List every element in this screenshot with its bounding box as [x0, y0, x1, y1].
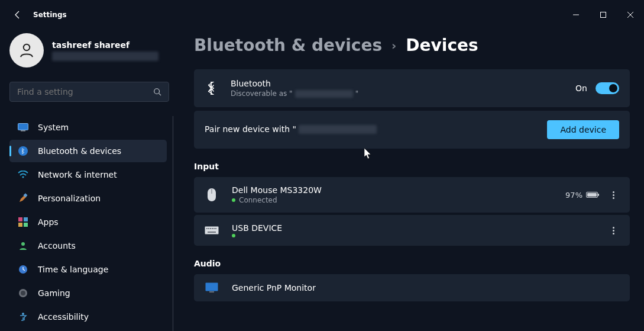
nav-item-gaming[interactable]: Gaming	[9, 282, 167, 304]
titlebar: Settings	[0, 0, 644, 30]
svg-rect-12	[18, 223, 22, 227]
device-status	[232, 234, 282, 237]
breadcrumb-current: Devices	[406, 36, 478, 55]
more-button[interactable]	[607, 190, 619, 200]
nav-label: Time & language	[38, 265, 108, 274]
account-header[interactable]: tashreef shareef	[9, 33, 177, 68]
device-row[interactable]: USB DEVICE	[194, 215, 630, 246]
wifi-icon	[18, 169, 28, 180]
svg-point-2	[24, 44, 30, 51]
system-icon	[18, 122, 28, 133]
pair-card: Pair new device with " Add device	[194, 111, 630, 149]
nav-item-system[interactable]: System	[9, 116, 167, 139]
nav-item-apps[interactable]: Apps	[9, 211, 167, 233]
battery-indicator: 97%	[565, 191, 598, 200]
breadcrumb: Bluetooth & devices › Devices	[194, 36, 630, 55]
keyboard-icon	[205, 226, 219, 234]
monitor-icon	[205, 282, 219, 293]
nav-label: Personalization	[38, 194, 101, 203]
more-button[interactable]	[607, 226, 619, 236]
nav-list: System Bluetooth & devices Network & int…	[9, 116, 177, 328]
svg-rect-25	[212, 228, 213, 229]
nav-label: Accessibility	[38, 312, 89, 322]
svg-rect-23	[208, 228, 209, 229]
svg-rect-10	[18, 217, 22, 221]
svg-rect-24	[210, 228, 211, 229]
clock-icon	[18, 264, 28, 275]
bluetooth-title: Bluetooth	[231, 79, 358, 88]
svg-rect-30	[209, 291, 214, 293]
maximize-button[interactable]	[590, 4, 617, 25]
brush-icon	[18, 193, 28, 204]
svg-rect-13	[24, 223, 28, 227]
nav-item-time-language[interactable]: Time & language	[9, 258, 167, 281]
chevron-right-icon: ›	[391, 38, 396, 53]
minimize-button[interactable]	[562, 4, 590, 25]
nav-label: Accounts	[38, 241, 76, 250]
bluetooth-icon	[205, 82, 218, 95]
back-button[interactable]	[12, 9, 24, 21]
apps-icon	[18, 217, 28, 227]
mouse-icon	[205, 188, 219, 202]
device-name: Dell Mouse MS3320W	[232, 185, 322, 195]
svg-point-7	[18, 146, 28, 156]
nav-item-bluetooth[interactable]: Bluetooth & devices	[9, 140, 167, 162]
svg-rect-1	[601, 12, 606, 18]
svg-point-14	[21, 242, 25, 246]
search-icon	[153, 88, 161, 96]
search-box[interactable]	[9, 82, 169, 102]
account-email-redacted	[52, 52, 158, 61]
search-input[interactable]	[17, 87, 135, 97]
bluetooth-toggle[interactable]	[596, 82, 619, 94]
svg-rect-22	[206, 228, 208, 229]
svg-point-3	[154, 89, 160, 94]
nav-item-accounts[interactable]: Accounts	[9, 234, 167, 257]
nav-item-personalization[interactable]: Personalization	[9, 187, 167, 210]
window-title: Settings	[33, 11, 67, 19]
svg-rect-21	[205, 227, 219, 234]
svg-rect-5	[18, 124, 28, 130]
person-icon	[18, 240, 28, 251]
bluetooth-card: Bluetooth Discoverable as "" On	[194, 69, 630, 107]
redacted-device-name	[299, 125, 377, 134]
svg-rect-26	[213, 228, 215, 229]
device-row[interactable]: Generic PnP Monitor	[194, 274, 630, 301]
toggle-state-label: On	[575, 83, 587, 93]
svg-rect-28	[208, 232, 216, 233]
device-row[interactable]: Dell Mouse MS3320W Connected 97%	[194, 177, 630, 213]
nav-scrollbar[interactable]	[173, 116, 173, 331]
svg-rect-29	[206, 283, 218, 291]
nav-item-accessibility[interactable]: Accessibility	[9, 306, 167, 328]
svg-line-4	[159, 94, 161, 96]
bluetooth-subtitle: Discoverable as ""	[231, 89, 358, 98]
nav-label: System	[38, 123, 69, 132]
accessibility-icon	[18, 311, 28, 322]
nav-label: Apps	[38, 217, 59, 227]
svg-point-17	[21, 291, 25, 295]
avatar	[9, 33, 44, 68]
svg-rect-27	[215, 228, 216, 229]
battery-icon	[586, 192, 598, 198]
nav-label: Gaming	[38, 288, 70, 298]
device-name: Generic PnP Monitor	[232, 283, 316, 293]
svg-rect-11	[24, 217, 28, 221]
close-button[interactable]	[617, 4, 644, 25]
device-name: USB DEVICE	[232, 223, 282, 233]
sidebar: tashreef shareef System Bluetooth & devi…	[0, 30, 177, 331]
account-name: tashreef shareef	[52, 40, 158, 50]
nav-item-network[interactable]: Network & internet	[9, 163, 167, 186]
nav-label: Network & internet	[38, 170, 117, 179]
gaming-icon	[18, 288, 28, 298]
nav-label: Bluetooth & devices	[38, 146, 121, 156]
redacted-device-name	[295, 90, 353, 98]
svg-rect-6	[21, 130, 25, 131]
device-status: Connected	[232, 196, 322, 204]
section-heading-audio: Audio	[194, 259, 630, 268]
svg-point-8	[22, 176, 24, 178]
add-device-button[interactable]: Add device	[547, 120, 619, 139]
svg-point-18	[22, 313, 24, 315]
bluetooth-icon	[18, 146, 28, 156]
main-content: Bluetooth & devices › Devices Bluetooth …	[177, 30, 644, 331]
pair-text: Pair new device with "	[205, 124, 377, 134]
breadcrumb-parent[interactable]: Bluetooth & devices	[194, 36, 382, 55]
